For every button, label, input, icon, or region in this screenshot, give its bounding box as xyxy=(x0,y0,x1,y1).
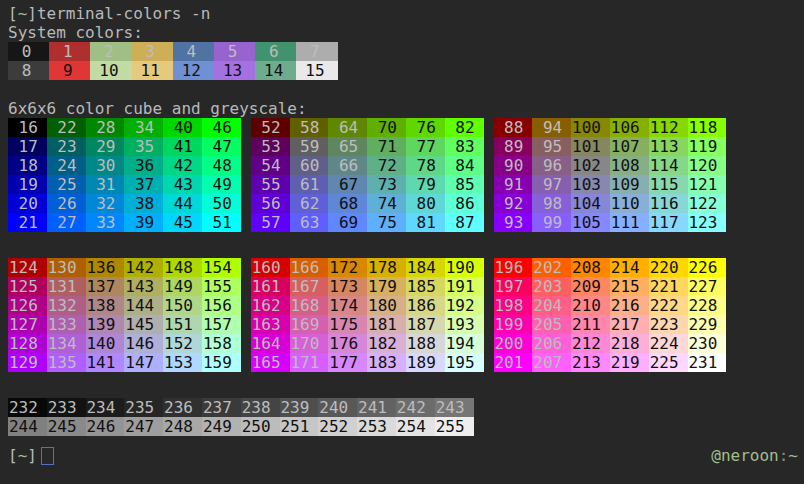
greyscale-grid: 2322332342352362372382392402412422432442… xyxy=(0,398,804,436)
color-row: 201207213219225231 xyxy=(494,353,727,372)
color-cell-25: 25 xyxy=(47,175,86,194)
color-cell-241: 241 xyxy=(357,398,396,417)
color-cell-2: 2 xyxy=(90,42,131,61)
color-cell-204: 204 xyxy=(532,296,571,315)
color-row: 525864707682 xyxy=(251,118,484,137)
color-cell-66: 66 xyxy=(328,156,367,175)
color-cell-232: 232 xyxy=(8,398,47,417)
color-cell-64: 64 xyxy=(328,118,367,137)
color-row: 126132138144150156 xyxy=(8,296,241,315)
cube-blocks-row-1: 1622283440461723293541471824303642481925… xyxy=(0,118,804,232)
color-cell-74: 74 xyxy=(367,194,406,213)
color-cell-151: 151 xyxy=(163,315,202,334)
color-cell-121: 121 xyxy=(688,175,727,194)
terminal[interactable]: [~]terminal-colors -n System colors: 012… xyxy=(0,0,804,467)
color-cell-44: 44 xyxy=(163,194,202,213)
color-cell-170: 170 xyxy=(290,334,329,353)
color-cell-51: 51 xyxy=(202,213,241,232)
color-cell-91: 91 xyxy=(494,175,533,194)
color-cell-90: 90 xyxy=(494,156,533,175)
color-cell-19: 19 xyxy=(8,175,47,194)
color-cell-111: 111 xyxy=(610,213,649,232)
color-cell-53: 53 xyxy=(251,137,290,156)
color-cell-237: 237 xyxy=(202,398,241,417)
color-cell-46: 46 xyxy=(202,118,241,137)
color-cell-136: 136 xyxy=(86,258,125,277)
color-cell-208: 208 xyxy=(571,258,610,277)
color-row: 163169175181187193 xyxy=(251,315,484,334)
color-cell-109: 109 xyxy=(610,175,649,194)
color-cell-92: 92 xyxy=(494,194,533,213)
color-cell-70: 70 xyxy=(367,118,406,137)
color-cell-194: 194 xyxy=(445,334,484,353)
color-cell-195: 195 xyxy=(445,353,484,372)
color-row: 9399105111117123 xyxy=(494,213,727,232)
color-cell-114: 114 xyxy=(649,156,688,175)
color-row: 576369758187 xyxy=(251,213,484,232)
color-cell-119: 119 xyxy=(688,137,727,156)
color-cell-134: 134 xyxy=(47,334,86,353)
color-cell-203: 203 xyxy=(532,277,571,296)
color-row: 128134140146152158 xyxy=(8,334,241,353)
terminal-cursor[interactable] xyxy=(41,447,54,465)
color-cell-116: 116 xyxy=(649,194,688,213)
color-cell-120: 120 xyxy=(688,156,727,175)
color-row: 9298104110116122 xyxy=(494,194,727,213)
color-row: 127133139145151157 xyxy=(8,315,241,334)
color-row: 199205211217223229 xyxy=(494,315,727,334)
prompt-line: [~]terminal-colors -n xyxy=(0,0,804,23)
color-cell-20: 20 xyxy=(8,194,47,213)
color-cell-236: 236 xyxy=(163,398,202,417)
rprompt-user: @neroon xyxy=(711,446,778,465)
color-cell-8: 8 xyxy=(8,61,49,80)
color-cell-0: 0 xyxy=(8,42,49,61)
color-cell-231: 231 xyxy=(688,353,727,372)
color-cell-49: 49 xyxy=(202,175,241,194)
color-cell-177: 177 xyxy=(328,353,367,372)
color-cell-250: 250 xyxy=(241,417,280,436)
color-cell-39: 39 xyxy=(124,213,163,232)
color-cell-179: 179 xyxy=(367,277,406,296)
color-cell-165: 165 xyxy=(251,353,290,372)
color-row: 198204210216222228 xyxy=(494,296,727,315)
color-cell-107: 107 xyxy=(610,137,649,156)
color-row: 200206212218224230 xyxy=(494,334,727,353)
color-cell-212: 212 xyxy=(571,334,610,353)
color-row: 232233234235236237238239240241242243 xyxy=(8,398,804,417)
color-cell-5: 5 xyxy=(214,42,255,61)
color-cell-224: 224 xyxy=(649,334,688,353)
color-cell-185: 185 xyxy=(406,277,445,296)
color-cell-178: 178 xyxy=(367,258,406,277)
color-cell-148: 148 xyxy=(163,258,202,277)
color-row: 244245246247248249250251252253254255 xyxy=(8,417,804,436)
color-cell-176: 176 xyxy=(328,334,367,353)
color-cell-223: 223 xyxy=(649,315,688,334)
rprompt-tilde: ~ xyxy=(788,446,798,465)
color-cell-193: 193 xyxy=(445,315,484,334)
color-cell-174: 174 xyxy=(328,296,367,315)
color-row: 162168174180186192 xyxy=(251,296,484,315)
color-cell-181: 181 xyxy=(367,315,406,334)
color-cell-145: 145 xyxy=(124,315,163,334)
color-cell-164: 164 xyxy=(251,334,290,353)
color-cell-161: 161 xyxy=(251,277,290,296)
color-cell-166: 166 xyxy=(290,258,329,277)
color-cell-110: 110 xyxy=(610,194,649,213)
color-cell-21: 21 xyxy=(8,213,47,232)
color-row: 01234567 xyxy=(8,42,804,61)
color-cell-154: 154 xyxy=(202,258,241,277)
color-cell-251: 251 xyxy=(280,417,319,436)
color-cell-168: 168 xyxy=(290,296,329,315)
color-cell-196: 196 xyxy=(494,258,533,277)
color-cell-104: 104 xyxy=(571,194,610,213)
color-cell-205: 205 xyxy=(532,315,571,334)
color-cell-24: 24 xyxy=(47,156,86,175)
color-cell-187: 187 xyxy=(406,315,445,334)
color-row: 535965717783 xyxy=(251,137,484,156)
color-cell-199: 199 xyxy=(494,315,533,334)
color-cell-230: 230 xyxy=(688,334,727,353)
color-cell-23: 23 xyxy=(47,137,86,156)
color-cell-68: 68 xyxy=(328,194,367,213)
color-cell-97: 97 xyxy=(532,175,571,194)
color-cell-211: 211 xyxy=(571,315,610,334)
